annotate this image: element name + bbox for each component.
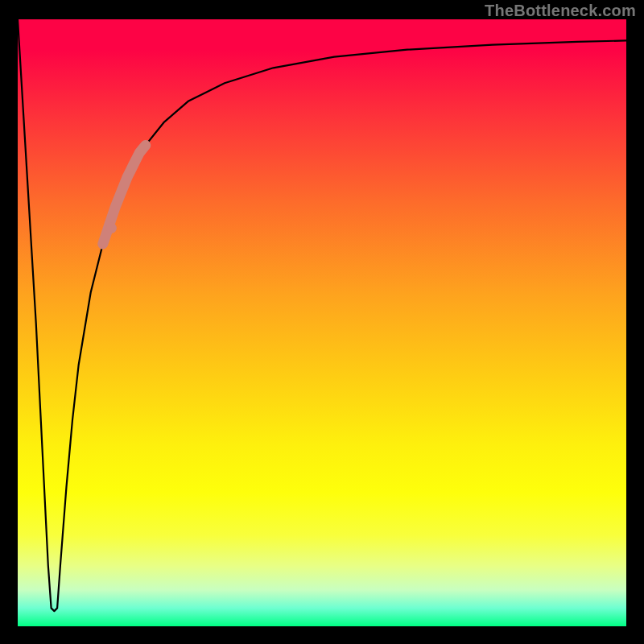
- bottleneck-curve: [18, 19, 626, 611]
- curve-svg: [18, 19, 626, 626]
- watermark-text: TheBottleneck.com: [485, 2, 636, 20]
- highlight-dot: [106, 223, 117, 233]
- chart-frame: TheBottleneck.com: [0, 0, 644, 644]
- plot-area: [18, 19, 626, 626]
